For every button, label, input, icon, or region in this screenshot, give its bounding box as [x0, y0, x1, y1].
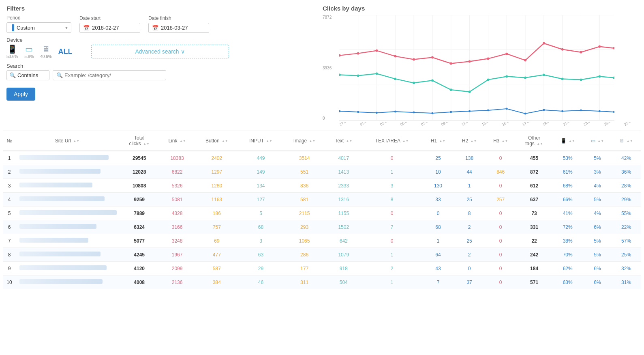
col-header-mobile[interactable]: 📱 ▲▼: [552, 131, 583, 151]
date-start-input[interactable]: [92, 25, 133, 31]
cell-url[interactable]: [15, 220, 119, 234]
cell-h3: 846: [485, 165, 516, 179]
cell-url[interactable]: [15, 193, 119, 207]
cell-h3: 0: [485, 207, 516, 220]
svg-point-33: [613, 47, 614, 49]
cell-url[interactable]: [15, 262, 119, 275]
col-header-input[interactable]: INPUT ▲▼: [239, 131, 283, 151]
col-header-text[interactable]: Text ▲▼: [326, 131, 362, 151]
x-label-11: 21.03.18: [562, 122, 576, 127]
cell-url[interactable]: [15, 248, 119, 262]
svg-point-31: [580, 51, 582, 54]
cell-input: 46: [239, 275, 283, 289]
cell-h3: 0: [485, 234, 516, 248]
mobile-icon: 📱: [7, 44, 17, 54]
col-header-link[interactable]: Link ▲▼: [159, 131, 195, 151]
table-row: 5 7889 4328 186 5 2115 1155 0 0 8 0 73 4…: [3, 207, 641, 220]
cell-no: 2: [3, 165, 15, 179]
y-max-label: 7872: [323, 15, 332, 19]
cell-h3: 0: [485, 248, 516, 262]
col-header-textarea[interactable]: TEXTAREA ▲▼: [362, 131, 423, 151]
svg-point-27: [505, 53, 508, 55]
cell-url[interactable]: [15, 275, 119, 289]
cell-other: 73: [516, 207, 552, 220]
device-all-button[interactable]: ALL: [58, 47, 73, 56]
search-contains-icon: 🔍: [9, 72, 16, 78]
x-label-0: 27.02.18: [339, 122, 353, 127]
cell-mobile: 70%: [552, 248, 583, 262]
cell-tablet: 3%: [583, 165, 612, 179]
x-label-3: 05.03.18: [400, 122, 413, 127]
search-input[interactable]: [64, 72, 154, 78]
url-blur: [19, 265, 107, 270]
search-contains-select[interactable]: Contains: [17, 72, 47, 78]
cell-url[interactable]: [15, 165, 119, 179]
col-header-image[interactable]: Image ▲▼: [283, 131, 326, 151]
cell-link: 3166: [159, 220, 195, 234]
device-tablet[interactable]: ▭ 5.8%: [24, 44, 34, 59]
cell-h2: 0: [454, 262, 485, 275]
svg-point-23: [431, 56, 434, 59]
col-header-other[interactable]: Othertags ▲▼: [516, 131, 552, 151]
cell-url[interactable]: [15, 151, 119, 165]
cell-tablet: 5%: [583, 248, 612, 262]
bar-chart-icon: ▐: [10, 24, 14, 31]
svg-point-20: [375, 49, 378, 52]
period-select[interactable]: Custom: [17, 25, 68, 31]
x-label-7: 13.03.18: [481, 122, 495, 127]
cell-h2: 25: [454, 193, 485, 207]
cell-h3: 0: [485, 179, 516, 193]
cell-image: 286: [283, 248, 326, 262]
col-header-tablet[interactable]: ▭ ▲▼: [583, 131, 612, 151]
x-label-10: 19.03.18: [542, 122, 556, 127]
cell-mobile: 41%: [552, 207, 583, 220]
table-row: 6 6324 3166 757 68 293 1502 7 68 2 0 331…: [3, 220, 641, 234]
svg-point-56: [450, 111, 452, 113]
svg-point-44: [524, 76, 526, 79]
svg-point-59: [506, 108, 508, 110]
cell-textarea: 8: [362, 193, 423, 207]
url-blur: [19, 155, 109, 160]
svg-point-46: [561, 77, 564, 80]
cell-desktop: 32%: [612, 262, 641, 275]
cell-mobile: 38%: [552, 234, 583, 248]
col-header-h2[interactable]: H2 ▲▼: [454, 131, 485, 151]
cell-image: 177: [283, 262, 326, 275]
apply-button[interactable]: Apply: [6, 88, 35, 101]
cell-total: 29545: [119, 151, 159, 165]
col-header-h3[interactable]: H3 ▲▼: [485, 131, 516, 151]
table-row: 1 29545 18383 2402 449 3514 4017 0 25 13…: [3, 151, 641, 165]
cell-button: 1163: [195, 193, 239, 207]
x-label-4: 07.03.18: [420, 122, 434, 127]
cell-link: 3248: [159, 234, 195, 248]
date-start-label: Date start: [79, 15, 140, 21]
cell-textarea: 3: [362, 179, 423, 193]
advanced-search-button[interactable]: Advanced search ∨: [91, 45, 229, 58]
device-mobile[interactable]: 📱 53.6%: [6, 44, 18, 59]
cell-text: 1155: [326, 207, 362, 220]
col-header-desktop[interactable]: 🖥 ▲▼: [612, 131, 641, 151]
date-finish-input[interactable]: [161, 25, 201, 31]
device-desktop[interactable]: 🖥 40.6%: [40, 45, 51, 59]
cell-h3: 0: [485, 220, 516, 234]
cell-h1: 43: [422, 262, 454, 275]
date-finish-label: Date finish: [148, 15, 209, 21]
cell-input: 3: [239, 234, 283, 248]
col-header-h1[interactable]: H1 ▲▼: [422, 131, 454, 151]
col-header-url[interactable]: Site Url ▲▼: [15, 131, 119, 151]
svg-point-55: [431, 112, 433, 114]
table-row: 9 4120 2099 587 29 177 918 2 43 0 0 184 …: [3, 262, 641, 275]
cell-text: 1316: [326, 193, 362, 207]
cell-textarea: 1: [362, 165, 423, 179]
cell-button: 587: [195, 262, 239, 275]
col-header-button[interactable]: Button ▲▼: [195, 131, 239, 151]
cell-url[interactable]: [15, 179, 119, 193]
svg-point-42: [487, 78, 489, 81]
svg-point-32: [598, 45, 601, 48]
cell-url[interactable]: [15, 207, 119, 220]
svg-point-45: [543, 73, 545, 76]
cell-url[interactable]: [15, 234, 119, 248]
cell-no: 10: [3, 275, 15, 289]
col-header-total[interactable]: Totalclicks ▲▼: [119, 131, 159, 151]
cell-image: 293: [283, 220, 326, 234]
